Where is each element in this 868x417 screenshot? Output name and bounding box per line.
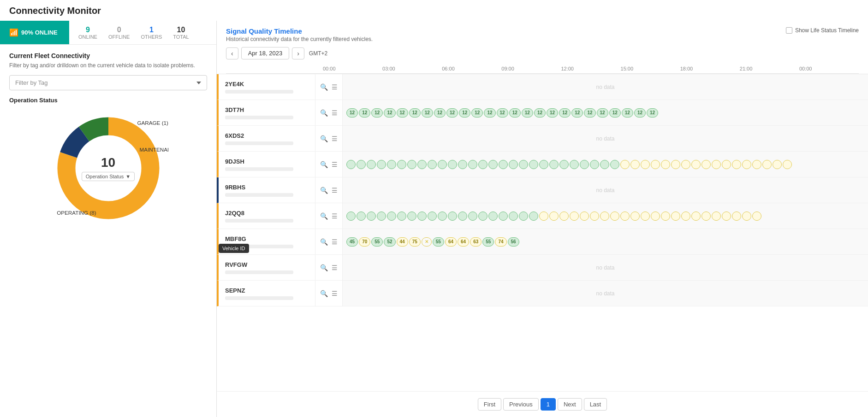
prev-date-btn[interactable]: ‹ <box>226 47 238 59</box>
signal-circle <box>539 211 548 221</box>
online-count-value: 9 <box>86 26 90 34</box>
signal-circle <box>549 160 559 169</box>
first-page-btn[interactable]: First <box>478 398 501 411</box>
vehicle-actions: 🔍☰ <box>315 74 343 100</box>
signal-block: 12 <box>459 108 470 117</box>
time-label-0: 00:00 <box>323 64 382 73</box>
time-label-1: 03:00 <box>382 64 442 73</box>
vehicle-actions: 🔍☰ <box>315 203 343 229</box>
vehicle-sub <box>225 90 293 94</box>
signal-circle <box>509 211 518 221</box>
donut-dropdown[interactable]: Operation Status ▼ <box>82 172 135 181</box>
others-count[interactable]: 1 OTHERS <box>141 26 162 40</box>
vehicle-sub <box>225 245 293 248</box>
total-count[interactable]: 10 TOTAL <box>173 26 189 40</box>
signal-circle <box>529 160 538 169</box>
signal-block: 12 <box>597 108 608 117</box>
search-icon[interactable]: 🔍 <box>320 83 328 91</box>
operating-label: OPERATING (8) <box>57 210 96 216</box>
signal-circle <box>651 211 660 221</box>
vehicle-name: 2YE4K <box>225 81 310 88</box>
signal-block: 64 <box>458 237 469 247</box>
signal-circle <box>367 160 376 169</box>
signal-circle <box>387 160 396 169</box>
signal-block: 12 <box>384 108 395 117</box>
signal-circle <box>742 160 751 169</box>
list-icon[interactable]: ☰ <box>332 83 338 91</box>
show-status-toggle[interactable]: Show Life Status Timeline <box>786 27 859 34</box>
offline-count-value: 0 <box>117 26 121 34</box>
vehicle-timeline-data: no data <box>343 74 868 100</box>
list-icon[interactable]: ☰ <box>332 290 338 297</box>
signal-blocks: 457055524475✕55646463557456 <box>346 237 864 247</box>
vehicle-actions: 🔍☰ <box>315 281 343 306</box>
signal-circle <box>448 211 457 221</box>
search-icon[interactable]: 🔍 <box>320 238 328 246</box>
time-label-2: 06:00 <box>442 64 501 73</box>
vehicle-name: 9RBHS <box>225 184 310 191</box>
search-icon[interactable]: 🔍 <box>320 135 328 142</box>
vehicle-timeline-data <box>343 152 868 177</box>
vehicle-timeline-data: no data <box>343 255 868 280</box>
signal-block: 52 <box>384 237 395 247</box>
signal-circle <box>407 160 416 169</box>
signal-circle <box>428 160 437 169</box>
signal-circle <box>417 160 427 169</box>
search-icon[interactable]: 🔍 <box>320 109 328 117</box>
signal-circle <box>468 160 477 169</box>
timeline-title: Signal Quality Timeline <box>226 27 373 35</box>
vehicle-timeline-data: no data <box>343 177 868 203</box>
search-icon[interactable]: 🔍 <box>320 290 328 297</box>
signal-circle <box>580 160 589 169</box>
list-icon[interactable]: ☰ <box>332 187 338 194</box>
signal-circle <box>478 211 488 221</box>
offline-count[interactable]: 0 OFFLINE <box>108 26 130 40</box>
signal-block: 12 <box>547 108 558 117</box>
timeline-controls: ‹ Apr 18, 2023 › GMT+2 <box>226 47 859 64</box>
app-container: Connectivity Monitor 📶 90% ONLINE 9 ONLI… <box>0 0 868 417</box>
list-icon[interactable]: ☰ <box>332 212 338 220</box>
signal-block: 63 <box>470 237 482 247</box>
filter-by-tag-select[interactable]: Filter by Tag <box>9 75 207 90</box>
page-1-btn[interactable]: 1 <box>541 398 556 411</box>
search-icon[interactable]: 🔍 <box>320 212 328 220</box>
next-date-btn[interactable]: › <box>292 47 304 59</box>
vehicle-timeline-data: 457055524475✕55646463557456 <box>343 229 868 254</box>
signal-circle <box>641 160 650 169</box>
last-page-btn[interactable]: Last <box>584 398 607 411</box>
next-page-btn[interactable]: Next <box>558 398 582 411</box>
show-status-checkbox[interactable] <box>786 27 792 34</box>
signal-circle <box>397 211 406 221</box>
signal-block: 12 <box>471 108 483 117</box>
vehicle-sub <box>225 167 293 171</box>
status-bar: 📶 90% ONLINE 9 ONLINE 0 OFFLINE 1 OTHERS <box>0 21 216 45</box>
signal-circle <box>529 211 538 221</box>
donut-container: GARAGE (1) MAINTENANCE (1) OPERATING (8)… <box>9 108 207 228</box>
list-icon[interactable]: ☰ <box>332 238 338 246</box>
list-icon[interactable]: ☰ <box>332 161 338 168</box>
timeline-subtitle: Historical connectivity data for the cur… <box>226 36 373 42</box>
vehicle-info: 9DJSH <box>219 152 315 177</box>
search-icon[interactable]: 🔍 <box>320 187 328 194</box>
signal-circle <box>630 211 640 221</box>
timeline-header: Signal Quality Timeline Historical conne… <box>217 21 868 74</box>
search-icon[interactable]: 🔍 <box>320 161 328 168</box>
vehicle-info: 2YE4K <box>219 74 315 100</box>
list-icon[interactable]: ☰ <box>332 264 338 271</box>
vehicle-actions: 🔍☰ <box>315 152 343 177</box>
online-badge[interactable]: 📶 90% ONLINE <box>0 21 69 44</box>
signal-block: ✕ <box>422 237 432 247</box>
signal-circle <box>519 211 528 221</box>
time-label-6: 18:00 <box>680 64 740 73</box>
vehicle-sub <box>225 219 293 223</box>
signal-circle <box>732 211 741 221</box>
online-count[interactable]: 9 ONLINE <box>78 26 97 40</box>
signal-block: 70 <box>359 237 370 247</box>
signal-circle <box>488 160 498 169</box>
prev-page-btn[interactable]: Previous <box>503 398 539 411</box>
signal-circle <box>346 211 356 221</box>
list-icon[interactable]: ☰ <box>332 135 338 142</box>
others-count-value: 1 <box>149 26 154 34</box>
search-icon[interactable]: 🔍 <box>320 264 328 271</box>
list-icon[interactable]: ☰ <box>332 109 338 117</box>
